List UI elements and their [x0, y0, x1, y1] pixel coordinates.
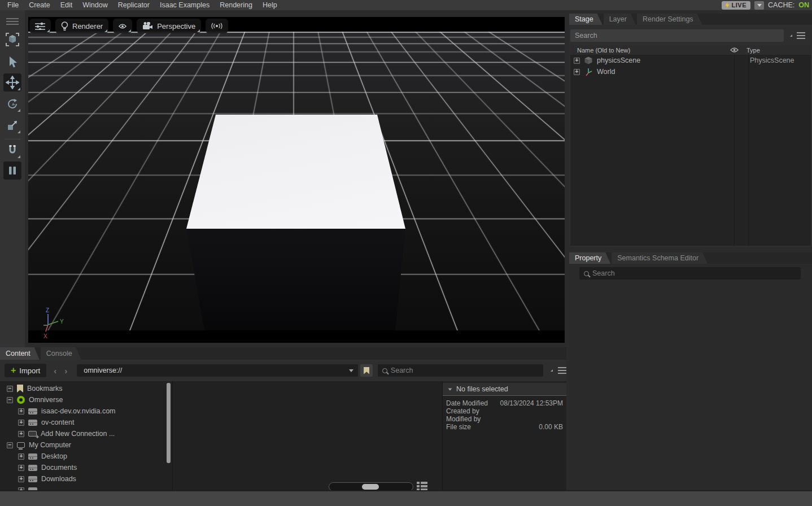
live-dropdown-button[interactable] — [754, 1, 764, 10]
expander-icon[interactable] — [574, 58, 580, 64]
column-type-label[interactable]: Type — [741, 47, 811, 54]
visibility-button[interactable] — [113, 19, 132, 33]
content-options-icon[interactable] — [558, 367, 566, 368]
tree-item[interactable]: Add New Connection ... — [0, 428, 166, 439]
cache-status-value: ON — [798, 1, 809, 9]
property-tab[interactable]: Semantics Schema Editor — [612, 252, 708, 264]
toolbar-separator — [5, 139, 20, 139]
rotate-tool-icon[interactable] — [3, 95, 21, 113]
info-label: Modified by — [446, 415, 481, 423]
camera-dropdown[interactable]: Perspective — [137, 19, 201, 33]
stage-tab[interactable]: Layer — [604, 14, 636, 25]
menubar-right: LIVE CACHE: ON — [722, 0, 809, 10]
content-search-input[interactable] — [378, 364, 543, 377]
column-name-label[interactable]: Name (Old to New) — [570, 47, 727, 54]
move-tool-icon[interactable] — [3, 73, 21, 91]
content-tab[interactable]: Content — [0, 347, 40, 360]
stage-item-world[interactable]: World — [570, 66, 811, 77]
stage-options-icon[interactable] — [797, 32, 805, 33]
stage-tab[interactable]: Stage — [569, 14, 603, 25]
stage-search-input[interactable] — [570, 29, 784, 42]
tree-item-label: My Computer — [29, 441, 71, 449]
thumbnail-size-slider[interactable] — [329, 482, 413, 491]
isaac-sim-window: File Create Edit Window Replicator Isaac… — [0, 0, 812, 506]
stage-search-field[interactable] — [575, 32, 779, 40]
list-view-icon[interactable] — [417, 482, 427, 490]
live-label: LIVE — [732, 2, 746, 8]
menu-item[interactable]: Help — [257, 1, 282, 9]
statusbar — [0, 490, 812, 506]
property-tab[interactable]: Property — [569, 252, 610, 264]
expander-icon[interactable] — [574, 69, 580, 75]
pause-icon[interactable] — [3, 162, 21, 180]
viewport[interactable]: Renderer Perspective — [28, 17, 565, 343]
property-search-input[interactable] — [579, 267, 801, 280]
tree-item[interactable]: Desktop — [0, 451, 166, 462]
content-tab[interactable]: Console — [41, 347, 81, 360]
content-browser: ContentConsole + Import ‹ › omniverse:// — [0, 347, 566, 490]
import-button[interactable]: + Import — [5, 364, 46, 377]
stage-column-header[interactable]: Name (Old to New) Type — [570, 45, 811, 55]
import-label: Import — [19, 367, 40, 375]
eye-icon — [119, 23, 126, 29]
toolbar-grip-icon[interactable] — [3, 12, 21, 30]
snap-magnet-icon[interactable] — [3, 141, 21, 159]
tree-item[interactable]: Omniverse — [0, 394, 166, 405]
drive-icon — [28, 453, 37, 460]
menu-item[interactable]: Edit — [55, 1, 78, 9]
axis-x-label: X — [43, 333, 47, 339]
info-label: Date Modified — [446, 399, 488, 407]
cache-label: CACHE: — [768, 1, 794, 9]
add-connection-icon — [28, 431, 37, 437]
bookmark-button[interactable] — [360, 364, 372, 377]
tree-item[interactable]: Documents — [0, 462, 166, 473]
stage-item-label: physicsScene — [597, 56, 640, 64]
tree-item-label: Desktop — [41, 452, 67, 460]
axis-gizmo: Z Y X — [40, 306, 71, 341]
tree-item[interactable] — [0, 485, 166, 490]
tree-item[interactable]: Downloads — [0, 473, 166, 485]
lightbulb-icon — [61, 21, 68, 31]
tree-scrollbar[interactable] — [167, 383, 171, 463]
column-visibility-eye-icon[interactable] — [727, 47, 741, 53]
stage-item-physicsscene[interactable]: physicsScene PhysicsScene — [570, 55, 811, 66]
tree-item[interactable]: Bookmarks — [0, 383, 166, 394]
content-body: Bookmarks Omniverse isaac-dev.ov.nvidia.… — [0, 381, 566, 490]
content-search-field[interactable] — [391, 367, 539, 374]
file-info-header[interactable]: No files selected — [443, 383, 566, 396]
select-cursor-icon[interactable] — [3, 53, 21, 71]
path-bar[interactable]: omniverse:// — [77, 364, 358, 377]
menu-item[interactable]: File — [2, 1, 24, 9]
path-dropdown-icon[interactable] — [349, 369, 353, 372]
renderer-dropdown[interactable]: Renderer — [55, 19, 108, 33]
stage-panel: StageLayerRender Settings Name (Old to N… — [569, 14, 812, 247]
tree-item-label: Omniverse — [29, 396, 63, 404]
scale-tool-icon[interactable] — [3, 116, 21, 134]
menu-item[interactable]: Isaac Examples — [155, 1, 215, 9]
live-button[interactable]: LIVE — [722, 1, 750, 10]
menu-item[interactable]: Create — [24, 1, 55, 9]
stage-tab[interactable]: Render Settings — [637, 14, 702, 25]
plus-icon: + — [11, 367, 16, 374]
frame-selection-icon[interactable] — [3, 30, 21, 49]
waypoint-button[interactable] — [206, 19, 228, 33]
menu-item[interactable]: Rendering — [215, 1, 257, 9]
slider-thumb[interactable] — [362, 484, 379, 490]
property-tabstrip: PropertySemantics Schema Editor — [569, 252, 812, 264]
tree-item[interactable]: ov-content — [0, 417, 166, 428]
chevron-down-icon — [757, 4, 762, 7]
forward-button[interactable]: › — [60, 366, 71, 376]
xform-axis-icon — [584, 67, 593, 76]
stage-tree: physicsScene PhysicsScene World — [570, 55, 811, 246]
sliders-icon — [35, 22, 45, 30]
tree-item[interactable]: isaac-dev.ov.nvidia.com — [0, 405, 166, 417]
menu-item[interactable]: Replicator — [113, 1, 155, 9]
bookmark-icon — [17, 385, 23, 392]
viewport-settings-button[interactable] — [29, 19, 51, 33]
stage-item-label: World — [597, 68, 615, 76]
back-button[interactable]: ‹ — [50, 366, 60, 376]
collapse-icon[interactable] — [448, 388, 452, 390]
tree-item[interactable]: My Computer — [0, 439, 166, 451]
menu-item[interactable]: Window — [77, 1, 112, 9]
property-search-field[interactable] — [592, 269, 796, 277]
